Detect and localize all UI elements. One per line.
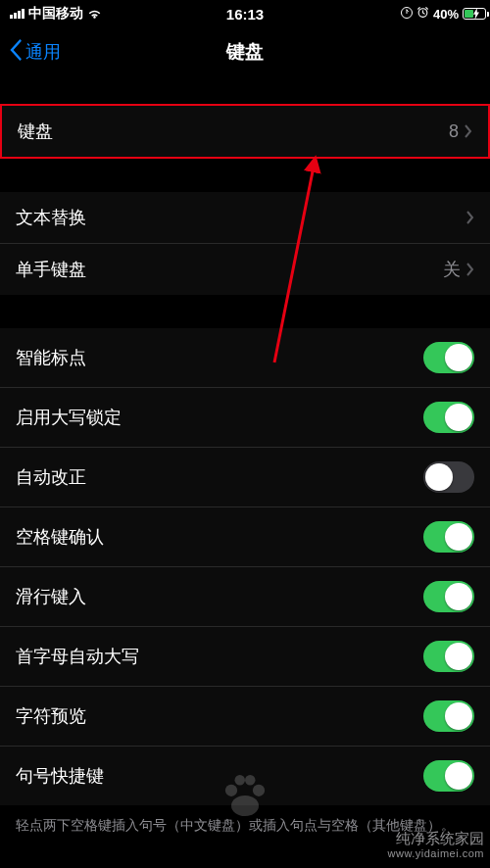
svg-point-7 xyxy=(245,775,256,786)
notification-icon xyxy=(401,7,413,22)
chevron-right-icon xyxy=(466,211,474,224)
toggle-switch[interactable] xyxy=(423,700,474,732)
status-bar: 中国移动 16:13 40% xyxy=(0,0,490,27)
row-value: 8 xyxy=(449,121,459,142)
watermark-paw-icon xyxy=(218,768,272,827)
toggle-switch[interactable] xyxy=(423,521,474,553)
chevron-left-icon xyxy=(10,39,24,66)
row-label: 字符预览 xyxy=(16,704,423,728)
row-toggle: 首字母自动大写 xyxy=(0,627,490,687)
svg-point-3 xyxy=(231,796,259,816)
nav-bar: 通用 键盘 xyxy=(0,27,490,76)
battery-icon xyxy=(463,8,480,20)
row-toggle: 自动改正 xyxy=(0,448,490,507)
watermark-text: 纯净系统家园 www.yidaimei.com xyxy=(388,830,484,860)
row-label: 文本替换 xyxy=(16,206,466,229)
row-label: 单手键盘 xyxy=(16,258,443,281)
row-text-replacement[interactable]: 文本替换 xyxy=(0,192,490,244)
row-label: 自动改正 xyxy=(16,465,423,489)
row-label: 首字母自动大写 xyxy=(16,645,423,668)
back-label: 通用 xyxy=(25,40,61,64)
back-button[interactable]: 通用 xyxy=(0,39,61,66)
svg-point-4 xyxy=(225,785,237,796)
toggle-switch[interactable] xyxy=(423,342,474,373)
toggle-switch[interactable] xyxy=(423,581,474,612)
toggle-switch[interactable] xyxy=(423,760,474,792)
toggle-switch[interactable] xyxy=(423,641,474,672)
cellular-signal-icon xyxy=(10,9,24,19)
group-toggles: 智能标点启用大写锁定自动改正空格键确认滑行键入首字母自动大写字符预览句号快捷键 xyxy=(0,328,490,805)
group-text: 文本替换 单手键盘 关 xyxy=(0,192,490,295)
carrier-label: 中国移动 xyxy=(28,5,83,23)
row-keyboards[interactable]: 键盘 8 xyxy=(2,106,488,157)
row-label: 键盘 xyxy=(18,120,449,143)
row-toggle: 启用大写锁定 xyxy=(0,388,490,448)
row-toggle: 智能标点 xyxy=(0,328,490,388)
row-value: 关 xyxy=(443,258,461,281)
chevron-right-icon xyxy=(465,124,472,138)
alarm-icon xyxy=(416,6,429,22)
row-one-handed-keyboard[interactable]: 单手键盘 关 xyxy=(0,244,490,295)
row-toggle: 滑行键入 xyxy=(0,567,490,627)
battery-percent: 40% xyxy=(433,7,459,22)
row-label: 空格键确认 xyxy=(16,525,423,549)
row-label: 启用大写锁定 xyxy=(16,406,423,429)
svg-point-6 xyxy=(235,775,246,786)
row-toggle: 空格键确认 xyxy=(0,507,490,567)
svg-point-5 xyxy=(253,785,265,796)
row-toggle: 字符预览 xyxy=(0,687,490,747)
group-keyboards: 键盘 8 xyxy=(0,104,490,159)
watermark-line2: www.yidaimei.com xyxy=(388,847,484,860)
chevron-right-icon xyxy=(466,263,474,276)
toggle-switch[interactable] xyxy=(423,402,474,433)
page-title: 键盘 xyxy=(0,39,490,65)
watermark-line1: 纯净系统家园 xyxy=(388,830,484,847)
toggle-switch[interactable] xyxy=(423,461,474,493)
wifi-icon xyxy=(87,8,102,20)
row-label: 智能标点 xyxy=(16,346,423,369)
row-label: 滑行键入 xyxy=(16,585,423,608)
